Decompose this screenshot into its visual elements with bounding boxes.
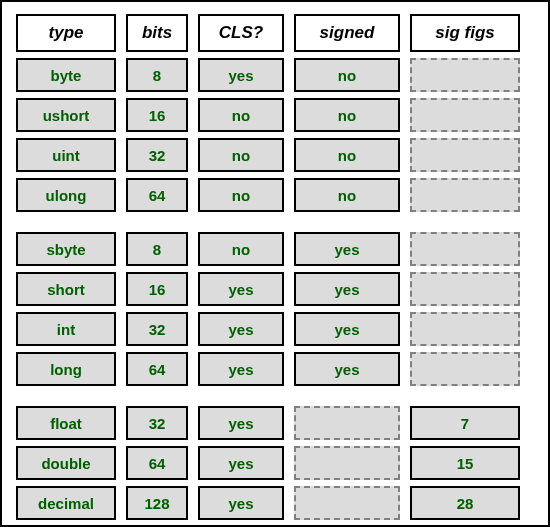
table-row: int32yesyes <box>16 312 534 346</box>
cell-signed: yes <box>294 352 400 386</box>
cell-bits: 16 <box>126 272 188 306</box>
cell-type: long <box>16 352 116 386</box>
cell-type: byte <box>16 58 116 92</box>
cell-sigfigs <box>410 232 520 266</box>
cell-cls: no <box>198 138 284 172</box>
cell-cls: yes <box>198 406 284 440</box>
cell-sigfigs <box>410 58 520 92</box>
cell-signed: no <box>294 98 400 132</box>
cell-sigfigs: 28 <box>410 486 520 520</box>
type-table-frame: type bits CLS? signed sig figs byte8yesn… <box>0 0 550 527</box>
cell-signed: yes <box>294 312 400 346</box>
cell-signed <box>294 446 400 480</box>
table-row: sbyte8noyes <box>16 232 534 266</box>
cell-type: ulong <box>16 178 116 212</box>
cell-bits: 32 <box>126 312 188 346</box>
table-row: decimal128yes28 <box>16 486 534 520</box>
cell-bits: 8 <box>126 58 188 92</box>
cell-cls: yes <box>198 58 284 92</box>
cell-bits: 32 <box>126 406 188 440</box>
cell-bits: 64 <box>126 352 188 386</box>
cell-signed: no <box>294 138 400 172</box>
cell-sigfigs <box>410 98 520 132</box>
header-signed: signed <box>294 14 400 52</box>
cell-sigfigs: 7 <box>410 406 520 440</box>
table-row: long64yesyes <box>16 352 534 386</box>
table-row: ushort16nono <box>16 98 534 132</box>
table-row: byte8yesno <box>16 58 534 92</box>
cell-sigfigs: 15 <box>410 446 520 480</box>
group-separator <box>16 392 534 406</box>
header-sigfigs: sig figs <box>410 14 520 52</box>
cell-cls: yes <box>198 312 284 346</box>
table-row: double64yes15 <box>16 446 534 480</box>
cell-cls: no <box>198 232 284 266</box>
cell-type: decimal <box>16 486 116 520</box>
cell-sigfigs <box>410 178 520 212</box>
cell-sigfigs <box>410 138 520 172</box>
table-row: uint32nono <box>16 138 534 172</box>
header-cls: CLS? <box>198 14 284 52</box>
table-row: float32yes7 <box>16 406 534 440</box>
cell-signed: no <box>294 178 400 212</box>
cell-signed <box>294 486 400 520</box>
header-type: type <box>16 14 116 52</box>
cell-bits: 64 <box>126 178 188 212</box>
cell-signed: yes <box>294 232 400 266</box>
table-body: byte8yesnoushort16nonouint32nonoulong64n… <box>16 58 534 520</box>
cell-bits: 128 <box>126 486 188 520</box>
cell-type: short <box>16 272 116 306</box>
cell-bits: 8 <box>126 232 188 266</box>
cell-signed <box>294 406 400 440</box>
cell-cls: no <box>198 98 284 132</box>
cell-bits: 32 <box>126 138 188 172</box>
cell-cls: yes <box>198 272 284 306</box>
header-bits: bits <box>126 14 188 52</box>
cell-sigfigs <box>410 312 520 346</box>
group-separator <box>16 218 534 232</box>
cell-sigfigs <box>410 272 520 306</box>
cell-sigfigs <box>410 352 520 386</box>
cell-cls: yes <box>198 446 284 480</box>
cell-signed: no <box>294 58 400 92</box>
table-row: ulong64nono <box>16 178 534 212</box>
cell-signed: yes <box>294 272 400 306</box>
cell-type: sbyte <box>16 232 116 266</box>
cell-cls: yes <box>198 352 284 386</box>
table-row: short16yesyes <box>16 272 534 306</box>
cell-type: float <box>16 406 116 440</box>
cell-bits: 64 <box>126 446 188 480</box>
header-row: type bits CLS? signed sig figs <box>16 14 534 52</box>
cell-cls: no <box>198 178 284 212</box>
cell-type: double <box>16 446 116 480</box>
cell-cls: yes <box>198 486 284 520</box>
cell-type: int <box>16 312 116 346</box>
cell-type: ushort <box>16 98 116 132</box>
cell-type: uint <box>16 138 116 172</box>
cell-bits: 16 <box>126 98 188 132</box>
